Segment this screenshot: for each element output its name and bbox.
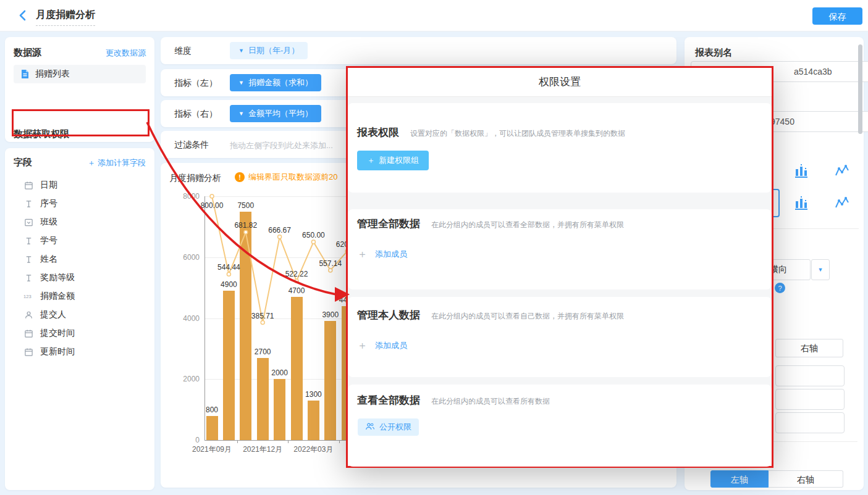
add-calc-field-link[interactable]: ＋ 添加计算字段	[87, 157, 146, 168]
field-item[interactable]: 日期	[5, 176, 154, 194]
permission-settings-modal: 权限设置 报表权限设置对应的「数据权限」，可以让团队成员管理表单搜集到的数据＋新…	[346, 66, 773, 468]
modal-section-4: 查看全部数据在此分组内的成员可以查看所有数据公开权限	[348, 385, 772, 467]
field-item[interactable]: 奖励等级	[5, 268, 154, 287]
field-item[interactable]: 姓名	[5, 250, 154, 268]
fields-title: 字段	[14, 157, 32, 168]
x-axis-tick-label: 2021年12月	[235, 444, 290, 455]
filter-label: 过滤条件	[174, 139, 209, 151]
datasource-item[interactable]: 捐赠列表	[14, 65, 146, 83]
plus-icon: ＋	[357, 338, 368, 352]
scrollbar-thumb[interactable]	[858, 44, 862, 134]
datasource-panel: 数据源 更改数据源 捐赠列表 数据获取权限 报表权限	[5, 37, 154, 142]
add-member-label: 添加成员	[375, 340, 407, 351]
y-axis-tick-label: 2000	[165, 375, 200, 383]
chevron-down-icon: ▼	[818, 267, 824, 273]
text-icon	[23, 254, 34, 265]
person-icon	[23, 310, 34, 320]
field-item-label: 学号	[40, 235, 57, 246]
metric-left-label: 指标（左）	[174, 78, 217, 89]
axis-input-3[interactable]	[775, 412, 845, 433]
svg-text:123: 123	[23, 294, 32, 299]
bar-2022年04月[interactable]	[324, 321, 336, 440]
x-axis-tick-label: 2021年09月	[184, 444, 240, 455]
datasource-item-label: 捐赠列表	[35, 69, 70, 80]
datasource-title: 数据源	[14, 47, 41, 59]
bar-2022年03月[interactable]	[308, 401, 319, 440]
field-item[interactable]: 123捐赠金额	[5, 287, 154, 306]
section-heading: 报表权限	[357, 125, 399, 139]
orientation-select-caret[interactable]: ▼	[811, 259, 830, 280]
add-member-label: 添加成员	[375, 249, 407, 260]
section-description: 在此分组内的成员可以查看自己数据，并拥有所有菜单权限	[431, 311, 624, 322]
line-chart-icon[interactable]	[834, 163, 850, 181]
bar-chart-icon[interactable]	[793, 195, 809, 213]
axis-toggle-left[interactable]: 左轴	[710, 470, 769, 488]
report-alias-title: 报表别名	[695, 47, 732, 59]
line-value-label: 557.14	[311, 259, 350, 268]
section-head: 管理本人数据在此分组内的成员可以查看自己数据，并拥有所有菜单权限	[348, 308, 772, 322]
axis-input-2[interactable]	[775, 389, 845, 410]
section-heading: 管理全部数据	[357, 217, 420, 231]
new-permission-group-button[interactable]: ＋新建权限组	[357, 151, 429, 170]
modal-title: 权限设置	[348, 68, 772, 97]
text-icon	[23, 236, 34, 246]
metric-right-label: 指标（右）	[174, 109, 217, 120]
y-axis-tick-label: 6000	[165, 253, 200, 262]
field-item-label: 提交时间	[40, 328, 75, 339]
bar-chart-icon[interactable]	[793, 163, 809, 181]
text-icon	[23, 199, 34, 209]
add-member-link[interactable]: ＋添加成员	[357, 338, 407, 352]
save-button[interactable]: 保存	[812, 7, 862, 25]
field-item[interactable]: 更新时间	[5, 343, 154, 361]
people-icon	[365, 422, 375, 433]
public-permission-pill[interactable]: 公开权限	[358, 418, 419, 436]
field-item-label: 奖励等级	[40, 272, 75, 283]
metric-right-tag[interactable]: ▼ 金额平均（平均）	[230, 105, 321, 122]
section-description: 设置对应的「数据权限」，可以让团队成员管理表单搜集到的数据	[410, 128, 625, 139]
right-axis-button[interactable]: 右轴	[775, 339, 843, 357]
bar-2022年01月[interactable]	[274, 379, 285, 440]
bar-2021年11月[interactable]	[240, 212, 251, 440]
y-axis-line	[204, 196, 205, 440]
metric-left-tag[interactable]: ▼ 捐赠金额（求和）	[230, 74, 321, 91]
line-chart-icon[interactable]	[834, 195, 850, 213]
bar-value-label: 4700	[277, 286, 316, 295]
dimension-tag[interactable]: ▼ 日期（年-月）	[230, 42, 308, 59]
field-item[interactable]: 提交人	[5, 306, 154, 324]
bar-2022年02月[interactable]	[291, 297, 303, 440]
calendar-icon	[23, 347, 34, 357]
x-axis-tick	[237, 441, 238, 443]
fields-panel: 字段 ＋ 添加计算字段 日期序号班级学号姓名奖励等级123捐赠金额提交人提交时间…	[5, 148, 154, 490]
line-value-label: 385.71	[243, 312, 282, 320]
bar-2021年10月[interactable]	[223, 291, 235, 440]
select-icon	[23, 217, 34, 228]
field-item[interactable]: 学号	[5, 231, 154, 250]
text-icon	[23, 273, 34, 283]
y-axis-tick-label: 0	[165, 436, 200, 444]
y-axis-tick-label: 8000	[165, 192, 200, 201]
field-item-label: 捐赠金额	[40, 291, 75, 302]
page-title[interactable]: 月度捐赠分析	[36, 9, 95, 26]
data-permission-title: 数据获取权限	[14, 128, 69, 140]
change-datasource-link[interactable]: 更改数据源	[106, 48, 146, 59]
line-value-label: 800.00	[192, 201, 232, 210]
help-icon[interactable]: ?	[775, 283, 785, 293]
axis-input-1[interactable]	[775, 365, 845, 386]
axis-toggle-right[interactable]: 右轴	[769, 470, 843, 488]
x-axis-tick	[339, 441, 340, 443]
bar-2021年09月[interactable]	[206, 416, 218, 441]
dimension-label: 维度	[174, 46, 192, 57]
field-item-label: 班级	[40, 217, 57, 228]
back-icon[interactable]	[16, 9, 30, 22]
axis-toggle: 左轴 右轴	[710, 470, 843, 488]
calendar-icon	[23, 328, 34, 339]
add-member-link[interactable]: ＋添加成员	[357, 247, 407, 261]
field-item[interactable]: 提交时间	[5, 324, 154, 343]
field-list: 日期序号班级学号姓名奖励等级123捐赠金额提交人提交时间更新时间	[5, 176, 154, 361]
top-header: 月度捐赠分析 保存	[0, 0, 868, 31]
section-description: 在此分组内的成员可以查看全部数据，并拥有所有菜单权限	[431, 220, 624, 230]
plus-icon: ＋	[357, 247, 368, 261]
field-item[interactable]: 班级	[5, 213, 154, 231]
chevron-down-icon: ▼	[238, 48, 244, 54]
field-item[interactable]: 序号	[5, 194, 154, 213]
